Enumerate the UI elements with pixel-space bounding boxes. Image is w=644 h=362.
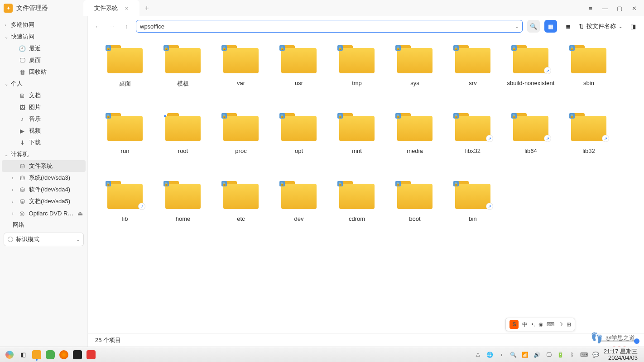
ime-toolbar[interactable]: S 中 •, ◉ ⌨ ☽ ⊞ (505, 318, 575, 331)
folder-item[interactable]: 🔒桌面 (96, 41, 154, 109)
folder-item[interactable]: 🔒etc (212, 176, 270, 244)
maximize-button[interactable]: ▢ (613, 2, 626, 14)
panel-button[interactable]: ◨ (627, 20, 639, 33)
tray-keyboard-icon[interactable]: ⌨ (580, 351, 588, 359)
grid-view-button[interactable]: ▦ (544, 20, 557, 33)
tray-notification-icon[interactable]: 💬 (592, 351, 600, 359)
eject-icon[interactable]: ⏏ (77, 210, 83, 217)
sidebar-item-computer[interactable]: ⌄计算机 (2, 148, 86, 160)
folder-item[interactable]: 🔒↗lib (96, 176, 154, 244)
folder-item[interactable]: 🔒var (212, 41, 270, 109)
sidebar-item-music[interactable]: ♪音乐 (2, 113, 86, 125)
tab-filesystem[interactable]: 文件系统 × (83, 0, 139, 16)
address-bar[interactable]: ⌄ (136, 20, 523, 33)
sidebar-item-network[interactable]: 网络 (2, 219, 86, 231)
sidebar-item-recent[interactable]: 🕘最近 (2, 43, 86, 54)
sidebar-item-docs[interactable]: 🗎文档 (2, 90, 86, 101)
close-button[interactable]: ✕ (628, 2, 640, 14)
up-button[interactable]: ↑ (121, 21, 131, 31)
app-title: 文件管理器 (16, 4, 80, 12)
folder-name: boot (409, 215, 420, 222)
folder-icon: 🔒 (339, 181, 375, 209)
menu-icon[interactable]: ≡ (584, 2, 597, 14)
tray-bluetooth-icon[interactable]: ᛒ (568, 351, 577, 359)
lock-icon: 🔒 (395, 113, 401, 119)
sidebar: ›多端协同 ⌄快速访问 🕘最近 🖵桌面 🗑回收站 ⌄个人 🗎文档 🖼图片 ♪音乐… (0, 16, 88, 347)
back-button[interactable]: ← (92, 21, 102, 31)
zoom-slider[interactable] (601, 340, 637, 342)
folder-item[interactable]: 🔒sys (386, 41, 444, 109)
sidebar-item-download[interactable]: ⬇下载 (2, 137, 86, 148)
sidebar-item-multi[interactable]: ›多端协同 (2, 19, 86, 31)
lock-icon: 🔒 (279, 45, 285, 51)
folder-item[interactable]: 🔒media (386, 109, 444, 176)
sort-button[interactable]: ⇅ 按文件名称 ⌄ (579, 22, 622, 30)
address-input[interactable] (140, 23, 515, 30)
taskbar-firefox[interactable] (57, 348, 71, 361)
ime-moon-icon[interactable]: ☽ (558, 321, 563, 328)
taskview-button[interactable]: ◧ (16, 348, 30, 361)
taskbar-terminal[interactable] (71, 348, 84, 361)
tray-display-icon[interactable]: 🖵 (545, 351, 553, 359)
mode-selector[interactable]: 标识模式 ⌄ (4, 233, 84, 246)
ime-lang[interactable]: 中 (522, 321, 528, 329)
chevron-down-icon[interactable]: ⌄ (515, 24, 519, 29)
sidebar-item-sda5[interactable]: ›⛁文档(/dev/sda5) (2, 195, 86, 207)
close-icon[interactable]: × (125, 5, 129, 12)
taskbar-app-1[interactable] (30, 348, 43, 361)
sidebar-item-fs[interactable]: ⛁文件系统 (2, 160, 86, 172)
tray-volume-icon[interactable]: 🔊 (533, 351, 541, 359)
folder-item[interactable]: 🔒↗bin (444, 176, 502, 244)
sidebar-item-quick[interactable]: ⌄快速访问 (2, 31, 86, 43)
tray-globe-icon[interactable]: 🌐 (486, 351, 494, 359)
folder-item[interactable]: 🔒↗libx32 (444, 109, 502, 176)
folder-item[interactable]: 🔒↗sbuild-nonexistent (502, 41, 560, 109)
lock-icon: 🔒 (511, 45, 517, 51)
folder-item[interactable]: ×root (154, 109, 212, 176)
folder-item[interactable]: 🔒srv (444, 41, 502, 109)
sidebar-item-personal[interactable]: ⌄个人 (2, 78, 86, 90)
sidebar-item-sda3[interactable]: ›⛁系统(/dev/sda3) (2, 172, 86, 184)
ime-grid-icon[interactable]: ⊞ (567, 321, 571, 328)
folder-item[interactable]: 🔒tmp (328, 41, 386, 109)
folder-item[interactable]: 🔒模板 (154, 41, 212, 109)
minimize-button[interactable]: — (599, 2, 611, 14)
clock[interactable]: 21:17 星期三 2024/04/03 (604, 348, 638, 361)
ime-full-icon[interactable]: ◉ (538, 321, 543, 328)
folder-item[interactable]: 🔒sbin (560, 41, 618, 109)
sidebar-item-dvd[interactable]: ›◎Optiarc DVD RO…⏏ (2, 207, 86, 219)
sidebar-item-pics[interactable]: 🖼图片 (2, 101, 86, 113)
forward-button[interactable]: → (107, 21, 117, 31)
start-button[interactable] (3, 348, 16, 361)
folder-item[interactable]: 🔒boot (386, 176, 444, 244)
tray-search-icon[interactable]: 🔍 (509, 351, 518, 359)
folder-item[interactable]: 🔒usr (270, 41, 328, 109)
add-tab-button[interactable]: + (145, 4, 149, 12)
taskbar-app-3[interactable] (84, 348, 98, 361)
sidebar-item-sda4[interactable]: ›⛁软件(/dev/sda4) (2, 184, 86, 195)
folder-item[interactable]: 🔒run (96, 109, 154, 176)
folder-item[interactable]: 🔒dev (270, 176, 328, 244)
x-icon: × (163, 113, 169, 119)
folder-item[interactable]: 🔒cdrom (328, 176, 386, 244)
ime-soft-icon[interactable]: ⌨ (547, 321, 554, 328)
tray-warning-icon[interactable]: ⚠ (474, 351, 482, 359)
folder-item[interactable]: 🔒proc (212, 109, 270, 176)
tray-chevron-icon[interactable]: › (498, 351, 506, 359)
ime-punct-icon[interactable]: •, (531, 321, 535, 328)
folder-item[interactable]: 🔒home (154, 176, 212, 244)
sidebar-item-video[interactable]: ▶视频 (2, 125, 86, 137)
search-button[interactable]: 🔍 (527, 20, 540, 33)
sidebar-item-desktop[interactable]: 🖵桌面 (2, 54, 86, 66)
list-view-button[interactable]: ≣ (562, 20, 574, 33)
folder-name: libx32 (465, 148, 481, 154)
folder-item[interactable]: 🔒mnt (328, 109, 386, 176)
tray-battery-icon[interactable]: 🔋 (557, 351, 565, 359)
tray-wifi-icon[interactable]: 📶 (521, 351, 529, 359)
folder-item[interactable]: 🔒opt (270, 109, 328, 176)
taskbar-app-2[interactable] (43, 348, 57, 361)
folder-item[interactable]: 🔒↗lib32 (560, 109, 618, 176)
music-icon: ♪ (18, 116, 26, 123)
folder-item[interactable]: 🔒↗lib64 (502, 109, 560, 176)
sidebar-item-trash[interactable]: 🗑回收站 (2, 66, 86, 78)
